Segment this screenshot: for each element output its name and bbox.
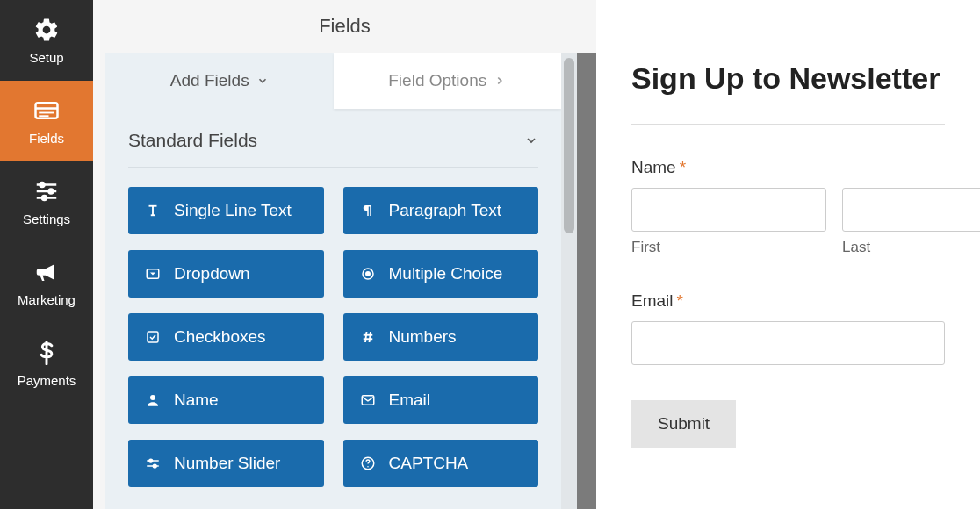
chevron-down-icon [256, 75, 269, 87]
field-name[interactable]: Name [128, 376, 324, 424]
text-icon [144, 202, 162, 219]
envelope-icon [359, 391, 377, 409]
form-icon [33, 97, 60, 124]
field-number-slider[interactable]: Number Slider [128, 440, 324, 487]
field-dropdown[interactable]: Dropdown [128, 250, 324, 298]
tab-label: Add Fields [170, 71, 249, 90]
sidebar-item-label: Setup [29, 50, 63, 65]
sidebar-item-fields[interactable]: Fields [0, 81, 93, 161]
form-preview: Sign Up to Newsletter Name * First Last … [596, 0, 980, 509]
dropdown-icon [144, 265, 162, 283]
field-label: Paragraph Text [389, 201, 502, 220]
field-label: Checkboxes [174, 327, 266, 347]
sidebar-item-settings[interactable]: Settings [0, 161, 93, 242]
sidebar-item-label: Payments [18, 373, 76, 388]
sidebar-item-setup[interactable]: Setup [0, 0, 93, 81]
sidebar-item-label: Marketing [18, 292, 76, 307]
bullhorn-icon [33, 259, 60, 285]
checkbox-icon [144, 328, 162, 346]
panel-divider [577, 53, 596, 509]
section-standard-fields[interactable]: Standard Fields [105, 109, 561, 151]
fields-pane: Add Fields Field Options Standard Fields [105, 53, 561, 509]
last-name-input[interactable] [842, 188, 980, 232]
last-sublabel: Last [842, 239, 980, 256]
field-label: Multiple Choice [389, 264, 503, 283]
gear-icon [33, 17, 60, 43]
sliders-icon [33, 178, 60, 204]
center-panel: Fields Add Fields Field Options Standard… [93, 0, 596, 509]
field-numbers[interactable]: Numbers [343, 313, 539, 361]
first-sublabel: First [631, 239, 826, 256]
field-email[interactable]: Email [343, 376, 539, 424]
sidebar-item-label: Fields [29, 131, 64, 146]
paragraph-icon [359, 202, 377, 219]
svg-point-15 [365, 272, 370, 276]
svg-point-28 [367, 466, 369, 468]
svg-point-21 [150, 395, 155, 400]
scroll-thumb[interactable] [564, 58, 574, 233]
sidebar-item-marketing[interactable]: Marketing [0, 242, 93, 323]
tab-label: Field Options [388, 71, 486, 90]
slider-icon [144, 455, 162, 472]
tab-field-options[interactable]: Field Options [334, 53, 562, 109]
field-captcha[interactable]: CAPTCHA [343, 440, 539, 487]
svg-point-9 [42, 196, 47, 200]
first-name-input[interactable] [631, 188, 826, 232]
required-mark: * [677, 291, 683, 311]
help-icon [359, 455, 377, 472]
field-label: Name [174, 391, 219, 410]
svg-point-25 [149, 459, 153, 462]
svg-line-20 [369, 332, 371, 342]
tab-add-fields[interactable]: Add Fields [105, 53, 334, 109]
field-label: Numbers [389, 327, 457, 347]
field-paragraph-text[interactable]: Paragraph Text [343, 187, 539, 234]
sidebar-item-label: Settings [23, 211, 70, 226]
section-title: Standard Fields [128, 130, 257, 151]
svg-point-8 [49, 189, 54, 193]
field-label: Email [389, 391, 431, 410]
name-label: Name * [631, 158, 945, 177]
svg-rect-16 [148, 332, 158, 342]
submit-button[interactable]: Submit [631, 400, 736, 448]
email-input[interactable] [631, 321, 945, 365]
dollar-icon [33, 340, 60, 366]
form-title: Sign Up to Newsletter [631, 61, 945, 96]
fields-grid: Single Line Text Paragraph Text Dropdown… [105, 168, 561, 506]
radio-icon [359, 265, 377, 283]
field-multiple-choice[interactable]: Multiple Choice [343, 250, 539, 298]
field-label: CAPTCHA [389, 454, 469, 473]
chevron-down-icon [524, 133, 538, 147]
field-label: Single Line Text [174, 201, 292, 220]
sidebar: Setup Fields Settings Marketing Payments [0, 0, 93, 509]
required-mark: * [680, 158, 686, 177]
field-label: Number Slider [174, 454, 280, 473]
sidebar-item-payments[interactable]: Payments [0, 323, 93, 404]
field-label: Dropdown [174, 264, 250, 283]
panel-title: Fields [93, 0, 596, 53]
field-single-line-text[interactable]: Single Line Text [128, 187, 324, 234]
scrollbar[interactable] [561, 53, 577, 509]
field-checkboxes[interactable]: Checkboxes [128, 313, 324, 361]
svg-line-19 [365, 332, 367, 342]
email-label: Email * [631, 291, 945, 311]
divider [631, 124, 945, 125]
svg-point-26 [153, 464, 156, 468]
hash-icon [359, 328, 377, 346]
chevron-right-icon [494, 75, 506, 87]
svg-point-7 [40, 183, 45, 187]
person-icon [144, 391, 162, 409]
